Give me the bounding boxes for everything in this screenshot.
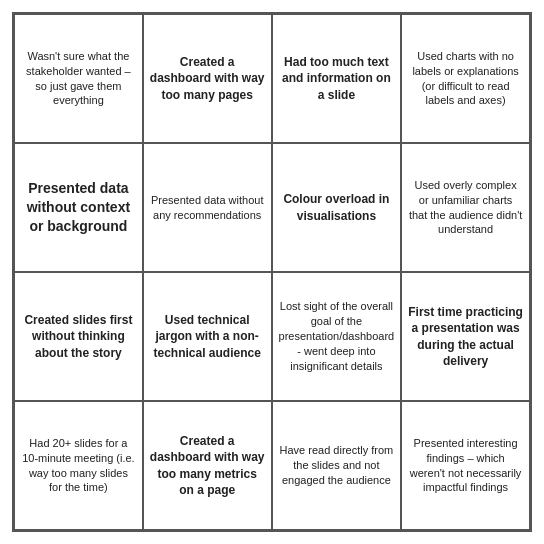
cell-r3-c3: Presented interesting findings – which w… bbox=[401, 401, 530, 530]
cell-r2-c2: Lost sight of the overall goal of the pr… bbox=[272, 272, 402, 401]
bingo-board: Wasn't sure what the stakeholder wanted … bbox=[12, 12, 532, 532]
cell-r3-c0: Had 20+ slides for a 10-minute meeting (… bbox=[14, 401, 143, 530]
cell-r3-c1: Created a dashboard with way too many me… bbox=[143, 401, 272, 530]
cell-r2-c1: Used technical jargon with a non-technic… bbox=[143, 272, 272, 401]
cell-r2-c3: First time practicing a presentation was… bbox=[401, 272, 530, 401]
cell-r0-c1: Created a dashboard with way too many pa… bbox=[143, 14, 272, 143]
cell-r0-c3: Used charts with no labels or explanatio… bbox=[401, 14, 530, 143]
cell-r2-c0: Created slides first without thinking ab… bbox=[14, 272, 143, 401]
cell-r3-c2: Have read directly from the slides and n… bbox=[272, 401, 402, 530]
cell-r1-c0: Presented data without context or backgr… bbox=[14, 143, 143, 272]
cell-r1-c2: Colour overload in visualisations bbox=[272, 143, 402, 272]
cell-r0-c0: Wasn't sure what the stakeholder wanted … bbox=[14, 14, 143, 143]
cell-r0-c2: Had too much text and information on a s… bbox=[272, 14, 402, 143]
cell-r1-c1: Presented data without any recommendatio… bbox=[143, 143, 272, 272]
cell-r1-c3: Used overly complex or unfamiliar charts… bbox=[401, 143, 530, 272]
